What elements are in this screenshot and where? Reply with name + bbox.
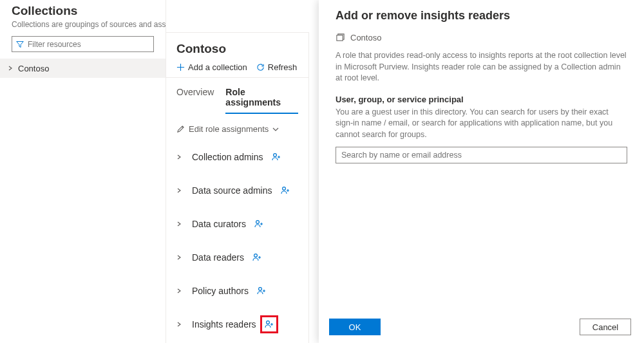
collection-icon xyxy=(336,33,345,42)
panel-section-label: User, group, or service principal xyxy=(336,95,627,104)
role-name: Policy authors xyxy=(192,286,249,296)
svg-marker-0 xyxy=(17,41,24,47)
role-row-data-readers: Data readers xyxy=(176,241,308,274)
add-collection-label: Add a collection xyxy=(188,62,247,72)
chevron-down-icon xyxy=(272,126,279,133)
add-person-icon[interactable] xyxy=(280,185,290,196)
tab-role-assignments[interactable]: Role assignments xyxy=(225,87,298,114)
chevron-right-icon[interactable] xyxy=(176,286,184,295)
collection-title: Contoso xyxy=(176,42,298,56)
role-row-policy-authors: Policy authors xyxy=(176,274,308,308)
role-name: Data readers xyxy=(192,252,244,263)
svg-point-1 xyxy=(273,154,276,157)
role-name: Data source admins xyxy=(192,185,272,196)
sidebar: Collections Collections are groupings of… xyxy=(0,0,166,343)
role-name: Insights readers xyxy=(192,319,256,329)
panel-section-help: You are a guest user in this directory. … xyxy=(336,107,627,141)
refresh-button[interactable]: Refresh xyxy=(256,62,298,72)
tree-item-label: Contoso xyxy=(15,64,49,73)
chevron-right-icon[interactable] xyxy=(176,186,184,195)
cancel-button[interactable]: Cancel xyxy=(580,319,631,335)
panel-title: Add or remove insights readers xyxy=(336,9,627,23)
tree-item-contoso[interactable]: Contoso xyxy=(0,59,166,78)
role-list: Collection admins Data source admins Dat xyxy=(166,134,308,341)
svg-point-4 xyxy=(254,254,258,257)
panel-org: Contoso xyxy=(336,33,627,42)
add-person-icon[interactable] xyxy=(271,152,281,162)
page-subtitle: Collections are groupings of sources and… xyxy=(0,19,166,36)
add-person-icon[interactable] xyxy=(256,286,267,296)
edit-role-assignments-label: Edit role assignments xyxy=(189,124,269,134)
filter-icon xyxy=(16,41,24,48)
tabs: Overview Role assignments xyxy=(166,78,308,114)
svg-rect-7 xyxy=(337,35,343,41)
tab-overview[interactable]: Overview xyxy=(176,87,214,114)
refresh-icon xyxy=(256,63,265,71)
chevron-right-icon[interactable] xyxy=(176,253,184,262)
refresh-label: Refresh xyxy=(268,62,298,72)
role-name: Data curators xyxy=(192,219,246,229)
add-person-icon[interactable] xyxy=(254,219,264,229)
principal-search-input[interactable] xyxy=(336,147,627,163)
chevron-right-icon[interactable] xyxy=(176,153,184,162)
role-row-collection-admins: Collection admins xyxy=(176,140,308,174)
add-remove-readers-panel: Add or remove insights readers Contoso A… xyxy=(319,0,644,343)
ok-button[interactable]: OK xyxy=(329,319,381,335)
panel-description: A role that provides read-only access to… xyxy=(336,50,627,84)
edit-role-assignments-button[interactable]: Edit role assignments xyxy=(166,114,308,134)
pencil-icon xyxy=(176,125,185,133)
svg-point-3 xyxy=(256,221,260,224)
add-person-icon[interactable] xyxy=(264,319,274,329)
role-row-data-curators: Data curators xyxy=(176,207,308,241)
filter-input-wrapper[interactable] xyxy=(12,36,154,52)
panel-org-label: Contoso xyxy=(350,33,381,42)
page-title: Collections xyxy=(0,4,166,19)
svg-point-5 xyxy=(259,288,262,291)
filter-input[interactable] xyxy=(24,39,149,50)
svg-point-2 xyxy=(282,187,285,190)
role-name: Collection admins xyxy=(192,152,263,162)
add-collection-button[interactable]: Add a collection xyxy=(176,62,247,72)
plus-icon xyxy=(176,63,185,71)
add-person-icon[interactable] xyxy=(252,252,262,263)
chevron-right-icon[interactable] xyxy=(176,320,184,329)
chevron-right-icon[interactable] xyxy=(176,219,184,228)
collection-detail-pane: Contoso Add a collection Refresh Overvie… xyxy=(166,32,309,343)
role-row-data-source-admins: Data source admins xyxy=(176,174,308,207)
role-row-insights-readers: Insights readers xyxy=(176,308,308,341)
svg-point-6 xyxy=(266,321,269,324)
chevron-right-icon xyxy=(5,65,15,72)
